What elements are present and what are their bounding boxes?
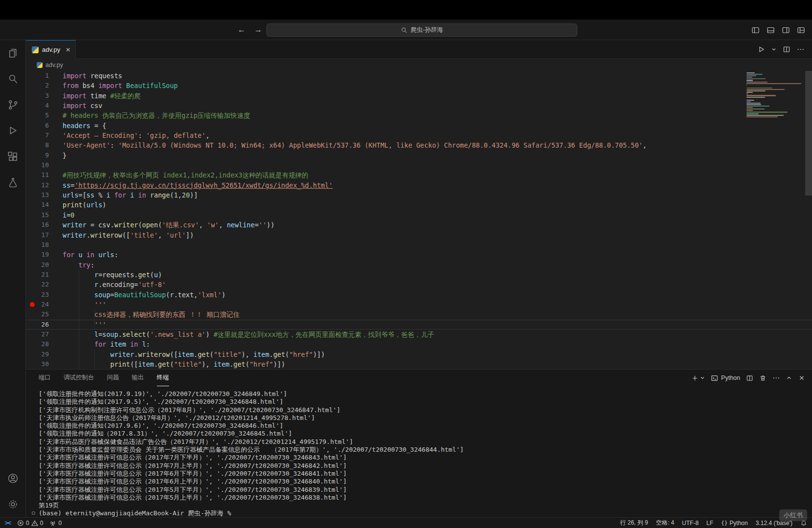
source-control-icon[interactable] bbox=[0, 92, 25, 118]
language-mode[interactable]: {}Python bbox=[721, 520, 748, 527]
code-line[interactable]: 19for u in urls: bbox=[26, 250, 812, 260]
code-line[interactable]: 15i=0 bbox=[26, 210, 812, 220]
run-dropdown-icon[interactable] bbox=[771, 47, 776, 52]
code-line[interactable]: 1import requests bbox=[26, 71, 812, 81]
split-editor-icon[interactable] bbox=[783, 45, 790, 53]
code-line[interactable]: 2from bs4 import BeautifulSoup bbox=[26, 81, 812, 90]
line-number[interactable]: 27 bbox=[26, 330, 49, 339]
line-number[interactable]: 22 bbox=[26, 280, 49, 289]
eol-selector[interactable]: LF bbox=[706, 520, 713, 527]
line-number[interactable]: 23 bbox=[26, 290, 49, 300]
search-sidebar-icon[interactable] bbox=[0, 66, 25, 92]
code-line[interactable]: 28 for item in l: bbox=[26, 339, 812, 349]
code-line[interactable]: 13urls=[ss % i for i in range(1,20)] bbox=[26, 190, 812, 200]
code-line[interactable]: 6headers = { bbox=[26, 121, 812, 131]
code-line[interactable]: 20 try: bbox=[26, 260, 812, 270]
cursor-position[interactable]: 行 26, 列 9 bbox=[620, 519, 648, 527]
panel-tab-输出[interactable]: 输出 bbox=[132, 370, 144, 386]
kill-terminal-button[interactable] bbox=[759, 374, 767, 382]
panel-more-actions-button[interactable]: ⋯ bbox=[772, 374, 780, 382]
line-number[interactable]: 2 bbox=[26, 81, 49, 90]
encoding[interactable]: UTF-8 bbox=[682, 520, 699, 527]
new-terminal-button[interactable] bbox=[691, 374, 705, 382]
remote-indicator[interactable]: >< bbox=[5, 520, 11, 527]
extensions-icon[interactable] bbox=[0, 144, 25, 170]
line-number[interactable]: 17 bbox=[26, 230, 49, 240]
line-number[interactable]: 11 bbox=[26, 170, 49, 180]
code-line[interactable]: 22 r.encoding='utf-8' bbox=[26, 280, 812, 289]
code-line[interactable]: 9} bbox=[26, 151, 812, 160]
code-line[interactable]: 30 print([item.get("title"), item.get("h… bbox=[26, 359, 812, 369]
account-icon[interactable] bbox=[0, 465, 25, 491]
line-number[interactable]: 30 bbox=[26, 359, 49, 369]
code-line[interactable]: 5# headers 伪装自己为浏览器，并使用gzip压缩传输加快速度 bbox=[26, 110, 812, 120]
line-number[interactable]: 16 bbox=[26, 220, 49, 230]
line-number[interactable]: 14 bbox=[26, 200, 49, 210]
line-number[interactable]: 15 bbox=[26, 210, 49, 220]
run-and-debug-icon[interactable] bbox=[0, 118, 25, 144]
command-center-search[interactable]: 爬虫-孙辞海 bbox=[266, 23, 577, 37]
code-line[interactable]: 26 ''' bbox=[26, 320, 812, 330]
toggle-sidebar-left-icon[interactable] bbox=[751, 26, 760, 34]
testing-icon[interactable] bbox=[0, 170, 25, 196]
close-panel-button[interactable] bbox=[798, 374, 805, 381]
editor-scrollbar[interactable] bbox=[805, 71, 812, 196]
tab-close-icon[interactable]: ✕ bbox=[66, 46, 70, 53]
customize-layout-icon[interactable] bbox=[797, 26, 805, 34]
code-line[interactable]: 8'User-Agent': 'Mozilla/5.0 (Windows NT … bbox=[26, 140, 812, 150]
panel-tab-调试控制台[interactable]: 调试控制台 bbox=[64, 370, 94, 386]
line-number[interactable]: 21 bbox=[26, 270, 49, 280]
line-number[interactable]: 20 bbox=[26, 260, 49, 270]
line-number[interactable]: 28 bbox=[26, 339, 49, 349]
line-number[interactable]: 10 bbox=[26, 160, 49, 170]
code-line[interactable]: 14print(urls) bbox=[26, 200, 812, 210]
line-number[interactable]: 18 bbox=[26, 240, 49, 250]
terminal-profile-python[interactable]: Python bbox=[711, 374, 740, 382]
breadcrumb[interactable]: adv.py bbox=[26, 59, 812, 71]
code-editor[interactable]: 1import requests2from bs4 import Beautif… bbox=[26, 71, 812, 369]
panel-tab-端口[interactable]: 端口 bbox=[39, 370, 51, 386]
tab-adv-py[interactable]: adv.py ✕ bbox=[26, 40, 76, 59]
line-number[interactable]: 6 bbox=[26, 121, 49, 131]
code-line[interactable]: 21 r=requests.get(u) bbox=[26, 270, 812, 280]
line-number[interactable]: 12 bbox=[26, 180, 49, 190]
toggle-panel-icon[interactable] bbox=[767, 26, 775, 34]
code-line[interactable]: 16writer = csv.writer(open('结果.csv', 'w'… bbox=[26, 220, 812, 230]
code-line[interactable]: 17writer.writerow(['title', 'url']) bbox=[26, 230, 812, 240]
forward-arrow-icon[interactable]: → bbox=[254, 25, 262, 34]
panel-tab-问题[interactable]: 问题 bbox=[107, 370, 119, 386]
maximize-panel-button[interactable] bbox=[786, 374, 792, 381]
line-number[interactable]: 3 bbox=[26, 91, 49, 101]
editor-more-actions-icon[interactable]: ⋯ bbox=[797, 45, 804, 54]
terminal-prompt[interactable]: (base) eternity@wangjiaqideMacBook-Air 爬… bbox=[39, 509, 812, 517]
ports-status[interactable]: 0 bbox=[49, 520, 62, 527]
code-line[interactable]: 23 soup=BeautifulSoup(r.text,'lxml') bbox=[26, 290, 812, 300]
line-number[interactable]: 4 bbox=[26, 101, 49, 110]
line-number[interactable]: 25 bbox=[26, 309, 49, 319]
code-line[interactable]: 24 ''' bbox=[26, 300, 812, 309]
toggle-sidebar-right-icon[interactable] bbox=[782, 26, 790, 34]
indentation[interactable]: 空格: 4 bbox=[656, 519, 674, 527]
code-line[interactable]: 7'Accept — Encoding': 'gzip, deflate', bbox=[26, 131, 812, 140]
explorer-icon[interactable] bbox=[0, 40, 25, 66]
code-line[interactable]: 4import csv bbox=[26, 101, 812, 110]
code-line[interactable]: 12ss='https://scjg.tj.gov.cn/tjsscjdglwy… bbox=[26, 180, 812, 190]
run-python-file-button[interactable] bbox=[757, 45, 765, 53]
line-number[interactable]: 29 bbox=[26, 350, 49, 359]
code-line[interactable]: 3import time #轻柔的爬 bbox=[26, 91, 812, 101]
minimap[interactable] bbox=[746, 72, 805, 118]
line-number[interactable]: 13 bbox=[26, 190, 49, 200]
line-number[interactable]: 19 bbox=[26, 250, 49, 260]
line-number[interactable]: 7 bbox=[26, 131, 49, 140]
line-number[interactable]: 26 bbox=[26, 320, 49, 330]
problems-status[interactable]: 0 0 bbox=[17, 520, 43, 527]
code-line[interactable]: 18 bbox=[26, 240, 812, 250]
code-line[interactable]: 25 css选择器，精确找到要的东西 ！！ 顺口溜记住 bbox=[26, 309, 812, 319]
code-line[interactable]: 11#用技巧找规律，枚举出多个网页 index1,index2,index3这种… bbox=[26, 170, 812, 180]
code-line[interactable]: 27 l=soup.select('.news_list a') #这里就是定位… bbox=[26, 330, 812, 339]
code-line[interactable]: 29 writer.writerow([item.get("title"), i… bbox=[26, 350, 812, 359]
code-line[interactable]: 10 bbox=[26, 160, 812, 170]
breadcrumb-file[interactable]: adv.py bbox=[45, 62, 63, 68]
back-arrow-icon[interactable]: ← bbox=[238, 25, 245, 34]
line-number[interactable]: 1 bbox=[26, 71, 49, 81]
